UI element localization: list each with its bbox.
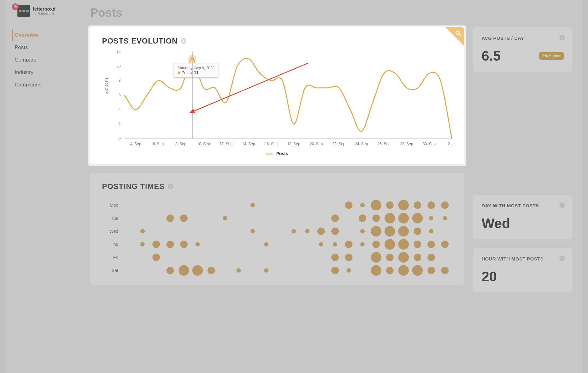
posting-bubble[interactable] — [414, 228, 421, 235]
instagram-badge-icon — [12, 3, 19, 10]
posting-bubble[interactable] — [398, 200, 409, 210]
posting-bubble[interactable] — [331, 214, 339, 222]
posting-bubble[interactable] — [345, 254, 352, 261]
posting-bubble[interactable] — [427, 254, 435, 261]
posting-bubble[interactable] — [429, 216, 433, 220]
posting-bubble[interactable] — [195, 242, 200, 246]
posting-bubble[interactable] — [360, 203, 365, 207]
info-icon[interactable]: i — [181, 38, 186, 44]
posting-bubble[interactable] — [386, 254, 394, 261]
x-tick: 30. Sep — [423, 142, 436, 146]
posting-bubble[interactable] — [250, 203, 255, 207]
nav-item-overview[interactable]: Overview — [12, 30, 75, 41]
nav-item-posts[interactable]: Posts — [12, 42, 75, 53]
posting-bubble[interactable] — [414, 201, 421, 209]
posting-bubble[interactable] — [412, 265, 423, 276]
hour-value: 20 — [482, 269, 497, 284]
posting-bubble[interactable] — [398, 252, 409, 263]
posting-bubble[interactable] — [360, 229, 365, 233]
posting-cells[interactable] — [122, 213, 452, 223]
info-icon[interactable]: i — [559, 256, 565, 261]
posting-bubble[interactable] — [317, 228, 325, 235]
hour-most-posts-card: i HOUR WITH MOST POSTS 20 — [473, 248, 572, 292]
profile-block[interactable]: letterboxd ◎ /letterboxd — [12, 5, 75, 17]
info-icon[interactable]: i — [168, 184, 173, 189]
posting-bubble[interactable] — [250, 229, 255, 233]
posting-bubble[interactable] — [152, 241, 160, 248]
posting-bubble[interactable] — [412, 213, 423, 223]
x-tick: 10. Sep — [197, 142, 210, 146]
posting-bubble[interactable] — [166, 241, 174, 248]
y-tick: 0 — [114, 136, 121, 141]
posting-cells[interactable] — [122, 252, 452, 263]
posting-bubble[interactable] — [386, 267, 394, 274]
x-tick: 2. … — [448, 142, 455, 146]
posting-bubble[interactable] — [398, 265, 409, 276]
posting-bubble[interactable] — [372, 214, 380, 222]
nav-item-industry[interactable]: Industry — [12, 67, 75, 78]
posting-bubble[interactable] — [429, 229, 433, 233]
posting-bubble[interactable] — [166, 267, 174, 274]
posting-bubble[interactable] — [371, 252, 381, 263]
zoom-icon[interactable] — [455, 30, 462, 38]
posting-cells[interactable] — [122, 200, 452, 210]
posting-bubble[interactable] — [386, 201, 394, 209]
posting-bubble[interactable] — [385, 239, 395, 250]
posting-bubble[interactable] — [414, 254, 421, 261]
posting-bubble[interactable] — [360, 242, 365, 246]
posting-cells[interactable] — [122, 239, 452, 250]
posting-bubble[interactable] — [385, 213, 395, 223]
posting-bubble[interactable] — [305, 229, 310, 233]
nav-item-compare[interactable]: Compare — [12, 54, 75, 66]
info-icon[interactable]: i — [559, 202, 565, 208]
posting-bubble[interactable] — [179, 265, 189, 276]
posting-bubble[interactable] — [292, 229, 296, 233]
posting-bubble[interactable] — [427, 267, 435, 274]
posting-bubble[interactable] — [371, 226, 381, 237]
posting-bubble[interactable] — [398, 226, 409, 237]
posting-bubble[interactable] — [208, 267, 215, 274]
posting-bubble[interactable] — [441, 241, 449, 248]
posting-cells[interactable] — [122, 265, 452, 276]
nav-item-campaigns[interactable]: Campaigns — [12, 79, 75, 90]
posting-bubble[interactable] — [345, 201, 352, 209]
posting-cells[interactable] — [122, 226, 452, 237]
chart-plot[interactable]: 4. Sep6. Sep8. Sep10. Sep12. Sep14. Sep1… — [124, 52, 452, 139]
chart[interactable]: # of posts 4. Sep6. Sep8. Sep10. Sep12. … — [118, 52, 452, 148]
posting-bubble[interactable] — [331, 267, 339, 274]
posting-bubble[interactable] — [264, 242, 268, 246]
posting-bubble[interactable] — [398, 213, 409, 223]
x-tick: 26. Sep — [378, 142, 390, 146]
posting-bubble[interactable] — [372, 241, 380, 248]
posting-bubble[interactable] — [333, 242, 337, 246]
posting-bubble[interactable] — [192, 265, 203, 276]
posting-bubble[interactable] — [441, 267, 449, 274]
posting-bubble[interactable] — [385, 226, 395, 237]
posting-bubble[interactable] — [140, 242, 145, 246]
posting-bubble[interactable] — [331, 228, 339, 235]
posting-bubble[interactable] — [398, 239, 409, 250]
posting-times-body[interactable]: MonTueWedThuFriSat — [90, 191, 464, 285]
y-tick: 2 — [114, 122, 121, 126]
posting-bubble[interactable] — [180, 214, 188, 222]
posting-bubble[interactable] — [359, 214, 366, 222]
posting-bubble[interactable] — [152, 254, 160, 261]
posting-bubble[interactable] — [166, 214, 174, 222]
posting-bubble[interactable] — [140, 229, 145, 233]
posting-bubble[interactable] — [347, 268, 351, 273]
posting-bubble[interactable] — [236, 268, 241, 273]
posting-bubble[interactable] — [345, 241, 352, 248]
posting-bubble[interactable] — [441, 201, 449, 209]
posting-bubble[interactable] — [427, 201, 435, 209]
info-icon[interactable]: i — [559, 35, 565, 40]
posting-bubble[interactable] — [414, 241, 421, 248]
posting-bubble[interactable] — [223, 216, 227, 220]
posting-bubble[interactable] — [371, 200, 381, 210]
posting-bubble[interactable] — [371, 265, 381, 276]
posting-bubble[interactable] — [180, 241, 188, 248]
posting-bubble[interactable] — [443, 216, 447, 220]
posting-bubble[interactable] — [331, 254, 339, 261]
posting-bubble[interactable] — [319, 242, 323, 246]
posting-bubble[interactable] — [264, 268, 268, 273]
posting-bubble[interactable] — [427, 241, 435, 248]
